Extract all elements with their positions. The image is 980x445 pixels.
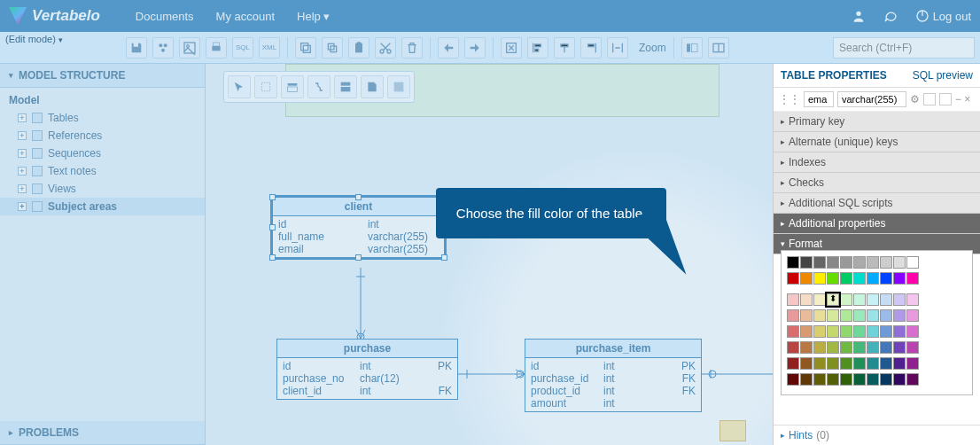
color-swatch[interactable]	[813, 293, 826, 306]
color-swatch[interactable]	[813, 309, 826, 322]
note-tool[interactable]	[361, 75, 384, 98]
color-swatch[interactable]	[800, 272, 813, 285]
color-swatch[interactable]	[880, 325, 892, 338]
print-button[interactable]	[206, 37, 227, 59]
align-left-button[interactable]	[527, 37, 548, 59]
color-swatch[interactable]	[893, 341, 906, 354]
save-button[interactable]	[126, 37, 147, 59]
color-swatch[interactable]	[827, 373, 839, 386]
color-swatch[interactable]	[787, 293, 799, 306]
color-swatch[interactable]	[853, 357, 866, 370]
color-swatch[interactable]	[893, 272, 906, 285]
color-swatch[interactable]	[813, 325, 826, 338]
color-swatch[interactable]	[827, 293, 839, 306]
color-swatch[interactable]	[813, 373, 826, 386]
color-swatch[interactable]	[893, 357, 906, 370]
nav-documents[interactable]: Documents	[136, 10, 194, 23]
color-swatch[interactable]	[787, 325, 799, 338]
align-right-button[interactable]	[580, 37, 602, 59]
section-additional-properties[interactable]: ▸Additional properties	[774, 214, 980, 234]
xml-button[interactable]: XML	[259, 37, 280, 59]
color-swatch[interactable]	[906, 325, 919, 338]
color-swatch[interactable]	[800, 341, 813, 354]
table-purchase-item[interactable]: purchase_item idintPKpurchase_idintFKpro…	[525, 339, 702, 412]
color-swatch[interactable]	[800, 357, 813, 370]
color-swatch[interactable]	[867, 325, 879, 338]
color-swatch[interactable]	[893, 373, 906, 386]
color-swatch[interactable]	[840, 256, 852, 269]
note-icon[interactable]	[719, 420, 746, 441]
table-tool[interactable]	[281, 75, 304, 98]
section-indexes[interactable]: ▸Indexes	[774, 152, 980, 173]
undo-button[interactable]	[438, 37, 459, 59]
problems-header[interactable]: ▸ PROBLEMS	[0, 421, 205, 445]
share-button[interactable]	[152, 37, 174, 59]
color-swatch[interactable]	[853, 325, 866, 338]
color-swatch[interactable]	[880, 341, 892, 354]
color-swatch[interactable]	[840, 341, 852, 354]
color-swatch[interactable]	[787, 373, 799, 386]
color-swatch[interactable]	[800, 373, 813, 386]
tree-item-tables[interactable]: +Tables	[0, 109, 205, 127]
color-swatch[interactable]	[853, 373, 866, 386]
color-swatch[interactable]	[840, 309, 852, 322]
color-swatch[interactable]	[880, 293, 892, 306]
checkbox-2[interactable]	[939, 93, 952, 105]
color-swatch[interactable]	[853, 293, 866, 306]
duplicate-button[interactable]	[322, 37, 343, 59]
remove-column-button[interactable]: − ×	[955, 93, 970, 105]
tree-item-subject-areas[interactable]: +Subject areas	[0, 198, 205, 215]
color-swatch[interactable]	[893, 309, 906, 322]
color-swatch[interactable]	[787, 309, 799, 322]
color-swatch[interactable]	[853, 341, 866, 354]
color-swatch[interactable]	[893, 293, 906, 306]
model-structure-header[interactable]: ▾ MODEL STRUCTURE	[0, 64, 205, 88]
color-swatch[interactable]	[906, 357, 919, 370]
tree-item-references[interactable]: +References	[0, 127, 205, 144]
color-swatch[interactable]	[827, 341, 839, 354]
color-swatch[interactable]	[853, 272, 866, 285]
color-swatch[interactable]	[800, 256, 813, 269]
expand-icon[interactable]: +	[18, 149, 27, 158]
nav-my-account[interactable]: My account	[216, 10, 275, 23]
color-swatch[interactable]	[906, 341, 919, 354]
color-swatch[interactable]	[787, 357, 799, 370]
color-swatch[interactable]	[800, 309, 813, 322]
color-swatch[interactable]	[827, 272, 839, 285]
color-swatch[interactable]	[787, 256, 799, 269]
search-input[interactable]	[833, 37, 975, 59]
color-swatch[interactable]	[800, 293, 813, 306]
color-swatch[interactable]	[867, 341, 879, 354]
section-additional-sql-scripts[interactable]: ▸Additional SQL scripts	[774, 193, 980, 214]
color-swatch[interactable]	[827, 325, 839, 338]
color-swatch[interactable]	[906, 309, 919, 322]
color-swatch[interactable]	[813, 256, 826, 269]
color-swatch[interactable]	[880, 272, 892, 285]
color-swatch[interactable]	[893, 325, 906, 338]
diagram-canvas[interactable]: client idintfull_namevarchar(255)emailva…	[206, 64, 773, 445]
color-swatch[interactable]	[867, 256, 879, 269]
reference-tool[interactable]	[307, 75, 331, 98]
column-type-input[interactable]	[837, 91, 906, 107]
color-swatch[interactable]	[906, 272, 919, 285]
color-swatch[interactable]	[827, 357, 839, 370]
paste-button[interactable]	[348, 37, 369, 59]
image-button[interactable]	[179, 37, 200, 59]
color-swatch[interactable]	[840, 272, 852, 285]
pointer-tool[interactable]	[228, 75, 251, 98]
color-swatch[interactable]	[853, 309, 866, 322]
color-swatch[interactable]	[867, 373, 879, 386]
color-swatch[interactable]	[840, 373, 852, 386]
user-icon[interactable]	[852, 9, 866, 23]
color-swatch[interactable]	[893, 256, 906, 269]
delete-button[interactable]	[401, 37, 423, 59]
sql-preview-link[interactable]: SQL preview	[913, 69, 973, 82]
expand-icon[interactable]: +	[18, 184, 27, 193]
table-client[interactable]: client idintfull_namevarchar(255)emailva…	[272, 197, 445, 258]
table-purchase[interactable]: purchase idintPKpurchase_nochar(12)clien…	[276, 339, 458, 400]
color-swatch[interactable]	[880, 357, 892, 370]
hints-section[interactable]: ▸ Hints (0)	[774, 425, 980, 445]
logo[interactable]: Vertabelo	[9, 7, 100, 25]
expand-icon[interactable]: +	[18, 113, 27, 122]
color-swatch[interactable]	[867, 357, 879, 370]
